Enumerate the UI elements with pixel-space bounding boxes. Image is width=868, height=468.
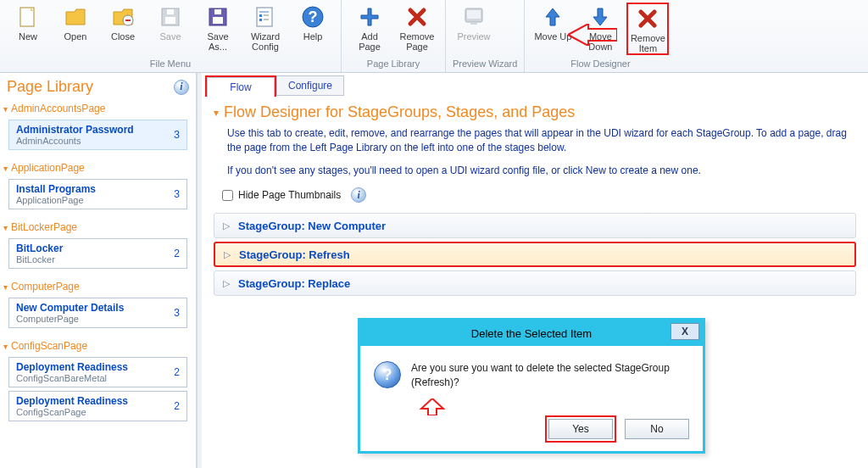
sidebar-card[interactable]: Administrator PasswordAdminAccounts 3 [8,120,187,150]
arrow-up-icon [540,4,565,30]
chevron-down-icon: ▾ [3,104,8,114]
new-icon [15,4,41,30]
chevron-down-icon[interactable]: ▾ [214,107,219,119]
save-button[interactable]: Save [149,3,192,52]
chevron-down-icon: ▾ [3,223,8,232]
dialog-title: Delete the Selected Item [471,327,592,340]
save-as-button[interactable]: Save As... [197,3,239,52]
remove-item-button[interactable]: Remove Item [626,3,669,55]
plus-icon [357,4,382,30]
remove-x-icon [635,6,660,31]
chevron-down-icon: ▾ [3,164,8,173]
sidebar-card[interactable]: New Computer DetailsComputerPage 3 [8,298,187,328]
expand-icon[interactable]: ▷ [224,249,231,260]
svg-rect-11 [259,14,262,17]
question-icon: ? [374,361,401,388]
sidebar-card[interactable]: Install ProgramsApplicationPage 3 [8,179,187,209]
chevron-down-icon: ▾ [3,342,8,351]
annotation-arrow-icon [568,24,617,46]
page-description: If you don't see any stages, you'll need… [202,162,868,185]
sidebar-section-header[interactable]: ▾ApplicationPage [0,159,196,176]
hide-thumbnails-row: Hide Page Thumbnails i [202,184,868,209]
remove-page-button[interactable]: Remove Page [396,3,438,52]
sidebar-title-row: Page Library i [0,73,196,99]
svg-text:?: ? [309,8,318,25]
new-button[interactable]: New [7,3,49,52]
sidebar: Page Library i ▾AdminAccountsPage Admini… [0,73,197,468]
confirm-dialog: Delete the Selected Item X ? Are you sur… [358,318,705,454]
hide-thumbnails-checkbox[interactable] [222,190,233,201]
annotation-box: Flow [205,75,276,97]
close-button[interactable]: Close [102,3,144,52]
wizard-config-icon [253,4,278,30]
dialog-titlebar[interactable]: Delete the Selected Item X [360,320,703,346]
dialog-close-button[interactable]: X [670,323,699,340]
remove-x-icon [404,4,430,30]
svg-rect-18 [467,10,481,19]
sidebar-section-header[interactable]: ▾BitLockerPage [0,218,196,235]
ribbon-group-pagelib: Add Page Remove Page Page Library [342,0,446,72]
ribbon-group-label: Flow Designer [531,58,669,70]
page-title: Flow Designer for StageGroups, Stages, a… [224,103,575,121]
sidebar-scroll[interactable]: ▾AdminAccountsPage Administrator Passwor… [0,99,196,468]
svg-rect-13 [259,19,262,21]
sidebar-title: Page Library [7,78,93,96]
sidebar-section-header[interactable]: ▾ConfigScanPage [0,337,196,354]
annotation-arrow-icon [360,398,703,415]
page-title-row: ▾ Flow Designer for StageGroups, Stages,… [202,97,868,125]
tab-flow[interactable]: Flow [207,77,275,98]
wizard-config-button[interactable]: Wizard Config [244,3,287,52]
add-page-button[interactable]: Add Page [348,3,391,52]
svg-rect-5 [167,9,174,14]
sidebar-section-header[interactable]: ▾AdminAccountsPage [0,99,196,116]
expand-icon[interactable]: ▷ [223,278,230,289]
sidebar-section-header[interactable]: ▾ComputerPage [0,277,196,294]
ribbon-group-label: File Menu [7,58,334,70]
open-button[interactable]: Open [54,3,97,52]
help-icon: ? [300,4,326,30]
tab-configure[interactable]: Configure [276,75,344,96]
help-button[interactable]: ? Help [292,3,334,52]
save-as-icon [205,4,231,30]
sidebar-card[interactable]: Deployment ReadinessConfigScanBareMetal … [8,357,187,387]
tab-strip: Flow Configure [202,73,868,97]
svg-rect-8 [214,9,221,14]
expand-icon[interactable]: ▷ [223,220,230,231]
preview-icon [461,4,487,30]
stagegroup-row-selected[interactable]: ▷ StageGroup: Refresh [214,242,856,267]
hide-thumbnails-label: Hide Page Thumbnails [238,189,341,201]
ribbon-group-label: Page Library [348,58,438,70]
page-description: Use this tab to create, edit, remove, an… [202,125,868,162]
close-folder-icon [110,4,136,30]
info-icon[interactable]: i [174,80,189,95]
chevron-down-icon: ▾ [3,282,8,292]
sidebar-card[interactable]: Deployment ReadinessConfigScanPage 2 [8,391,187,421]
ribbon: New Open Close Save Save As... Wizard Co… [0,0,868,73]
dialog-yes-button[interactable]: Yes [548,419,613,439]
svg-rect-4 [165,17,175,24]
info-icon[interactable]: i [351,187,366,203]
ribbon-group-label: Preview Wizard [453,58,517,70]
save-icon [158,4,183,30]
svg-rect-9 [257,8,272,26]
svg-rect-7 [213,17,223,24]
dialog-no-button[interactable]: No [625,419,689,439]
sidebar-card[interactable]: BitLockerBitLocker 2 [8,238,187,269]
stagegroup-row[interactable]: ▷ StageGroup: Replace [214,270,856,296]
preview-button[interactable]: Preview [453,3,495,42]
open-icon [63,4,88,30]
ribbon-group-file: New Open Close Save Save As... Wizard Co… [0,0,342,72]
stagegroup-row[interactable]: ▷ StageGroup: New Computer [214,213,856,238]
dialog-message: Are you sure you want to delete the sele… [411,361,689,390]
svg-rect-19 [470,22,477,25]
ribbon-group-preview: Preview Preview Wizard [446,0,525,72]
